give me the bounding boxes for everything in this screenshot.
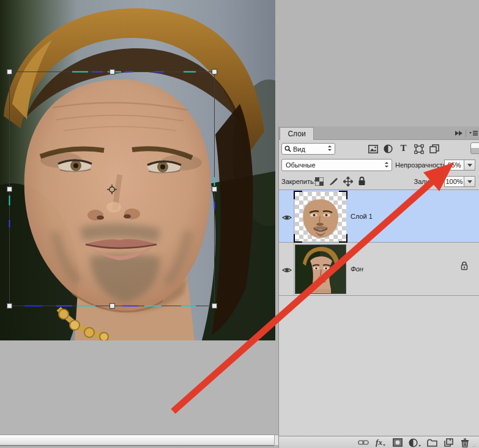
smart-objects-filter-icon[interactable] — [429, 144, 439, 154]
selection-bracket — [294, 234, 302, 243]
opacity-label: Непрозрачность: — [395, 161, 448, 169]
eye-icon[interactable] — [282, 213, 292, 224]
background-layer-name[interactable]: Фон — [351, 265, 363, 273]
lock-all-icon[interactable] — [357, 176, 367, 186]
background-thumbnail-portrait — [295, 245, 346, 293]
scrollbar-shadow — [0, 445, 274, 446]
blend-mode-select[interactable]: Обычные — [281, 159, 392, 171]
right-eye — [147, 160, 181, 174]
caret-icon — [383, 444, 385, 446]
selection-bracket — [294, 191, 302, 199]
opacity-value[interactable]: 65% — [444, 160, 464, 171]
fill-label: Заливка: — [401, 178, 442, 185]
panel-menu-icon[interactable] — [469, 129, 478, 138]
new-group-icon[interactable] — [426, 438, 438, 447]
panel-bottom-bar: fx .: — [279, 436, 479, 448]
shape-layers-filter-icon[interactable] — [414, 144, 424, 154]
lock-label: Закрепить: — [281, 178, 316, 185]
link-layers-icon[interactable] — [357, 438, 369, 447]
opacity-dropdown-button[interactable] — [464, 160, 475, 171]
filter-type-label: Вид — [293, 145, 305, 153]
new-adjustment-layer-icon[interactable] — [409, 438, 421, 447]
selection-bracket — [339, 191, 347, 199]
spinner-icon — [327, 145, 332, 153]
caret-down-icon — [467, 164, 472, 167]
lock-image-pixels-icon[interactable] — [329, 176, 339, 186]
left-eye — [58, 159, 92, 172]
layer1-thumbnail[interactable] — [295, 192, 346, 241]
collapse-panel-icon[interactable] — [454, 129, 464, 138]
blend-mode-value: Обычные — [286, 161, 316, 169]
layer1-name[interactable]: Слой 1 — [351, 213, 373, 220]
background-thumbnail[interactable] — [295, 244, 346, 294]
search-icon — [284, 145, 291, 152]
fill-dropdown-button[interactable] — [464, 176, 475, 187]
eye-icon[interactable] — [282, 265, 292, 276]
pixel-layers-filter-icon[interactable] — [368, 144, 378, 154]
layers-panel: Слои Вид — [278, 127, 479, 448]
background-lock-icon — [460, 261, 469, 271]
lock-transparent-pixels-icon[interactable] — [314, 176, 324, 186]
filter-type-select[interactable]: Вид — [281, 143, 335, 155]
lock-position-icon[interactable] — [343, 176, 353, 186]
add-layer-mask-icon[interactable] — [392, 438, 404, 447]
photoshop-workspace: Слои Вид — [0, 0, 479, 448]
header-separator — [466, 130, 466, 137]
caret-down-icon — [467, 180, 472, 183]
face-swap-image — [0, 0, 275, 340]
fill-value[interactable]: 100% — [444, 176, 464, 187]
selection-bracket — [339, 234, 347, 243]
type-layers-filter-icon[interactable]: T — [398, 143, 409, 153]
document-canvas[interactable] — [0, 0, 275, 340]
layer-row-layer1[interactable]: Слой 1 — [279, 189, 479, 243]
panel-tab-bar: Слои — [279, 127, 479, 140]
caret-icon — [418, 445, 421, 447]
layer-filtering-toggle[interactable] — [470, 142, 479, 154]
panel-resize-grip[interactable]: .: — [472, 442, 476, 448]
delete-layer-icon[interactable] — [459, 438, 471, 447]
spinner-icon — [384, 161, 389, 169]
layer-row-background[interactable]: Фон — [279, 243, 479, 296]
adjustment-layers-filter-icon[interactable] — [383, 144, 393, 154]
tab-layers[interactable]: Слои — [280, 127, 314, 140]
horizontal-scrollbar[interactable] — [0, 435, 274, 445]
new-layer-icon[interactable] — [442, 438, 455, 447]
layer-style-icon[interactable]: fx — [374, 438, 387, 447]
